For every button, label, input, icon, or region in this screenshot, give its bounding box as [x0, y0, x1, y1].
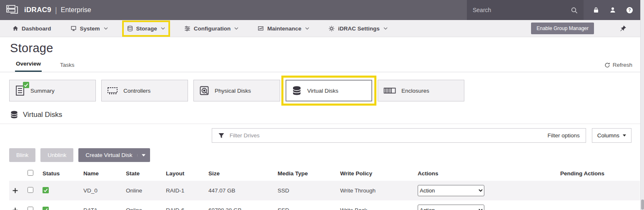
nav-label: System	[80, 25, 100, 32]
tab-tasks[interactable]: Tasks	[59, 59, 75, 72]
vd-name: DATA	[81, 200, 123, 210]
card-label: Physical Disks	[215, 88, 251, 94]
controllers-icon	[107, 86, 118, 96]
card-controllers[interactable]: Controllers	[101, 80, 188, 101]
chevron-down-icon	[305, 27, 309, 30]
nav-label: iDRAC Settings	[338, 25, 380, 32]
columns-label: Columns	[597, 132, 619, 139]
svg-text:?: ?	[628, 8, 631, 13]
brand-name: iDRAC9	[24, 6, 51, 14]
col-header-size: Size	[206, 166, 275, 181]
select-all-checkbox[interactable]	[28, 170, 33, 176]
nav-item-idrac-settings[interactable]: iDRAC Settings	[328, 25, 388, 32]
vd-layout: RAID-1	[163, 181, 206, 200]
search-input[interactable]	[473, 7, 566, 13]
columns-button[interactable]: Columns	[592, 128, 631, 143]
nav-label: Maintenance	[267, 25, 301, 32]
row-checkbox[interactable]	[28, 207, 33, 210]
select-all-col-header	[25, 166, 40, 181]
enable-group-manager-button[interactable]: Enable Group Manager	[531, 23, 594, 34]
user-icon[interactable]	[609, 7, 616, 13]
card-label: Virtual Disks	[307, 88, 338, 94]
vd-write-policy: Write Through	[338, 181, 415, 200]
virtual-disks-table: Status Name State Layout Size Media Type…	[9, 166, 640, 210]
vd-pending-actions	[545, 200, 640, 210]
top-header: iDRAC9 | Enterprise ?	[0, 0, 644, 20]
vd-state: Online	[123, 200, 163, 210]
global-search	[467, 0, 584, 20]
row-checkbox[interactable]	[28, 187, 33, 193]
vd-write-policy: Write Back	[338, 200, 415, 210]
vd-toolbar: Blink Unblink Create Virtual Disk	[0, 147, 644, 166]
help-icon[interactable]: ?	[626, 7, 633, 14]
vd-size: 60798.38 GB	[206, 200, 275, 210]
vd-state: Online	[123, 181, 163, 200]
table-row-vd0: VD_0 Online RAID-1 447.07 GB SSD Write T…	[9, 181, 640, 200]
card-label: Enclosures	[401, 88, 429, 94]
blink-button[interactable]: Blink	[9, 148, 35, 162]
nav-item-storage[interactable]: Storage	[127, 25, 165, 32]
main-nav: Dashboard System Storage Configuration M…	[0, 20, 644, 37]
expand-row-button[interactable]	[12, 207, 19, 210]
action-select[interactable]: Action	[418, 205, 484, 210]
col-header-state: State	[123, 166, 163, 181]
caret-down-icon[interactable]	[137, 154, 145, 157]
vd-media-type: SSD	[275, 200, 338, 210]
filter-row: Filter options Columns	[0, 124, 644, 147]
table-row-data: DATA Online RAID-6 60798.38 GB SSD Write…	[9, 200, 640, 210]
tab-overview[interactable]: Overview	[15, 58, 42, 72]
chevron-down-icon	[383, 27, 388, 30]
filter-options-link[interactable]: Filter options	[547, 132, 579, 139]
expand-row-button[interactable]	[12, 187, 19, 194]
enclosures-icon	[383, 86, 396, 95]
tab-bar: Overview Tasks Refresh	[0, 58, 644, 72]
filter-drives-input[interactable]	[230, 132, 543, 139]
status-ok-icon	[43, 207, 49, 210]
nav-label: Dashboard	[22, 25, 51, 32]
status-ok-icon	[43, 187, 49, 193]
create-virtual-disk-button[interactable]: Create Virtual Disk	[78, 148, 150, 162]
refresh-label: Refresh	[613, 62, 632, 68]
vd-media-type: SSD	[275, 181, 338, 200]
system-icon	[70, 25, 77, 31]
table-header-row: Status Name State Layout Size Media Type…	[9, 166, 640, 181]
chevron-down-icon	[234, 27, 238, 30]
card-summary[interactable]: Summary	[9, 80, 96, 101]
card-virtual-disks[interactable]: Virtual Disks	[286, 80, 372, 101]
physical-disks-icon	[199, 86, 209, 96]
vd-layout: RAID-6	[163, 200, 206, 210]
nav-label: Configuration	[194, 25, 231, 32]
storage-icon	[127, 25, 133, 32]
col-header-name: Name	[81, 166, 123, 181]
funnel-icon	[218, 132, 225, 139]
card-physical-disks[interactable]: Physical Disks	[193, 80, 280, 101]
nav-item-dashboard[interactable]: Dashboard	[13, 25, 51, 32]
refresh-icon	[604, 62, 610, 68]
col-header-status: Status	[40, 166, 81, 181]
lock-icon[interactable]	[593, 7, 599, 13]
col-header-layout: Layout	[163, 166, 206, 181]
unblink-button[interactable]: Unblink	[40, 148, 73, 162]
vertical-scrollbar[interactable]	[640, 0, 644, 210]
action-select[interactable]: Action	[418, 185, 484, 196]
card-label: Controllers	[123, 88, 150, 94]
virtual-disks-section-header: Virtual Disks	[0, 105, 644, 124]
card-label: Summary	[30, 88, 55, 94]
brand-edition: Enterprise	[61, 6, 91, 14]
vd-name: VD_0	[81, 181, 123, 200]
scrollbar-thumb[interactable]	[641, 200, 644, 210]
summary-ok-badge-icon	[23, 82, 29, 88]
pin-icon[interactable]	[620, 25, 626, 32]
card-enclosures[interactable]: Enclosures	[378, 80, 464, 101]
home-icon	[13, 25, 18, 31]
storage-card-nav: Summary Controllers Physical Disks Virtu…	[0, 72, 644, 105]
search-icon[interactable]	[571, 7, 578, 14]
nav-item-configuration[interactable]: Configuration	[184, 25, 238, 32]
col-header-pending-actions: Pending Actions	[545, 166, 640, 181]
summary-icon	[15, 85, 25, 96]
virtual-disks-icon	[292, 85, 302, 96]
nav-item-maintenance[interactable]: Maintenance	[258, 25, 309, 32]
sliders-icon	[184, 25, 190, 31]
refresh-button[interactable]: Refresh	[604, 62, 632, 72]
nav-item-system[interactable]: System	[70, 25, 108, 32]
